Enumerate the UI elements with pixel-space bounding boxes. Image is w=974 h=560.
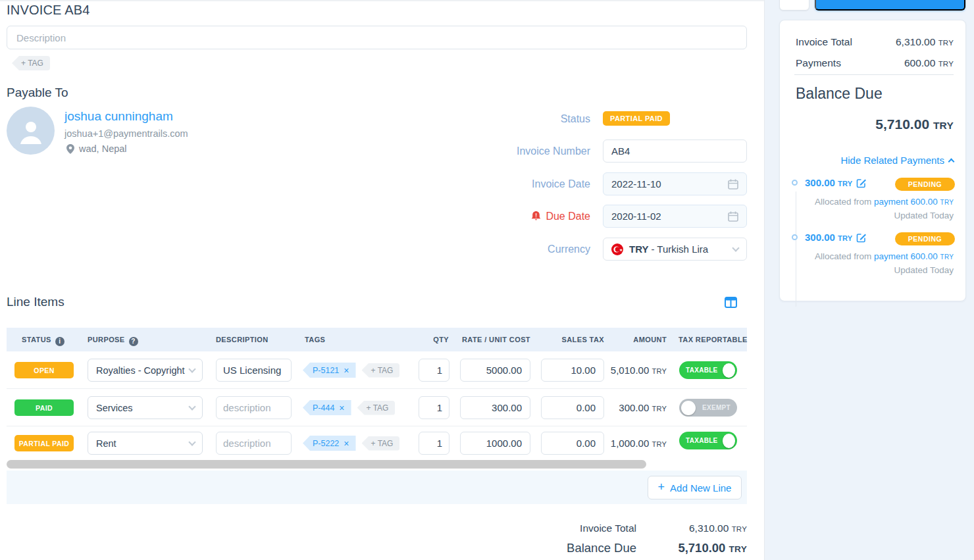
horizontal-scrollbar[interactable]: [7, 460, 646, 469]
payment-amount-link[interactable]: 300.00 TRY: [805, 177, 867, 188]
table-columns-icon[interactable]: [725, 297, 737, 308]
line-item-row: PARTIAL PAID Rent P-5222× + TAG 1,000.00…: [7, 426, 747, 461]
payments-timeline: [796, 191, 796, 307]
chevron-up-icon: [948, 159, 955, 165]
remove-tag-icon[interactable]: ×: [339, 403, 344, 413]
invoice-date-label: Invoice Date: [421, 172, 590, 195]
line-items-heading: Line Items: [7, 295, 64, 309]
tax-reportable-toggle[interactable]: TAXABLE: [679, 432, 737, 449]
primary-action-button[interactable]: [815, 0, 965, 11]
page-title: INVOICE AB4: [7, 3, 90, 18]
payment-status-badge: PENDING: [895, 178, 955, 191]
invoice-status-badge: PARTIAL PAID: [603, 111, 670, 126]
col-qty: QTY: [408, 328, 449, 351]
line-description-input[interactable]: [216, 359, 292, 382]
line-description-input[interactable]: [216, 432, 292, 455]
line-description-input[interactable]: [216, 396, 292, 419]
payment-allocation: Allocated from payment 600.00 TRY: [815, 251, 954, 261]
allocated-payment-link[interactable]: payment 600.00 TRY: [874, 197, 954, 207]
divider: [794, 74, 954, 75]
allocated-payment-link[interactable]: payment 600.00 TRY: [874, 251, 954, 261]
rate-input[interactable]: [460, 396, 530, 419]
line-items-table: STATUSi PURPOSE? DESCRIPTION TAGS QTY RA…: [7, 328, 747, 461]
purpose-select[interactable]: Services: [88, 396, 203, 419]
invoice-number-label: Invoice Number: [421, 140, 590, 163]
tag-chip[interactable]: P-5121×: [303, 363, 356, 378]
col-rate: RATE / UNIT COST: [451, 328, 530, 351]
payment-bullet: [792, 234, 798, 240]
currency-select[interactable]: ★ TRY - Turkish Lira: [603, 238, 747, 261]
chevron-down-icon: [188, 403, 195, 410]
calendar-icon: [728, 211, 738, 222]
line-item-row: OPEN Royalties - Copyright P-5121× + TAG…: [7, 351, 747, 389]
invoice-number-input[interactable]: [611, 145, 738, 157]
payment-amount-link[interactable]: 300.00 TRY: [805, 232, 867, 243]
qty-input[interactable]: [419, 432, 449, 455]
invoice-description-input[interactable]: [7, 26, 747, 49]
recipient-location: wad, Nepal: [66, 143, 127, 154]
add-new-line-button[interactable]: + Add New Line: [648, 476, 742, 499]
add-invoice-tag-button[interactable]: + TAG: [12, 56, 50, 70]
currency-code: TRY: [629, 243, 648, 255]
tax-reportable-toggle[interactable]: TAXABLE: [679, 361, 737, 379]
status-label: Status: [421, 107, 590, 130]
purpose-select[interactable]: Royalties - Copyright: [88, 359, 203, 382]
info-icon[interactable]: i: [55, 337, 64, 346]
remove-tag-icon[interactable]: ×: [344, 438, 349, 449]
chevron-down-icon: [188, 365, 195, 372]
edit-icon[interactable]: [856, 232, 867, 243]
balance-summary-card: Invoice Total 6,310.00 TRY Payments 600.…: [779, 20, 966, 301]
tag-chip[interactable]: P-444×: [303, 400, 351, 415]
tax-reportable-toggle[interactable]: EXEMPT: [679, 399, 737, 417]
line-amount: 300.00 TRY: [592, 402, 667, 413]
edit-icon[interactable]: [856, 178, 867, 188]
col-tags: TAGS: [305, 328, 325, 351]
turkey-flag-icon: ★: [611, 243, 623, 255]
line-items-header-row: STATUSi PURPOSE? DESCRIPTION TAGS QTY RA…: [7, 328, 747, 351]
chevron-down-icon: [732, 244, 739, 251]
col-status: STATUSi: [22, 328, 64, 351]
payment-updated: Updated Today: [894, 211, 954, 220]
purpose-select[interactable]: Rent: [88, 432, 203, 455]
add-line-strip: + Add New Line: [7, 471, 747, 504]
tags-cell: P-444× + TAG: [303, 400, 395, 415]
person-icon: [18, 118, 44, 144]
rate-input[interactable]: [460, 359, 530, 382]
invoice-date-field[interactable]: 2022-11-10: [603, 172, 747, 195]
due-date-label: Due Date: [421, 205, 590, 228]
plus-icon: +: [658, 481, 665, 493]
remove-tag-icon[interactable]: ×: [344, 365, 349, 376]
line-status-badge: PAID: [14, 399, 74, 416]
recipient-name-link[interactable]: joshua cunningham: [64, 109, 173, 124]
summary-invoice-total-row: Invoice Total 6,310.00 TRY: [796, 36, 954, 48]
add-line-tag-button[interactable]: + TAG: [357, 401, 396, 415]
payment-status-badge: PENDING: [895, 232, 955, 245]
recipient-location-text: wad, Nepal: [79, 143, 127, 154]
chevron-down-icon: [188, 438, 195, 445]
help-icon[interactable]: ?: [129, 337, 138, 346]
due-date-value: 2020-11-02: [611, 211, 661, 222]
rate-input[interactable]: [460, 432, 530, 455]
summary-rail: Invoice Total 6,310.00 TRY Payments 600.…: [764, 0, 974, 560]
col-purpose: PURPOSE?: [88, 328, 138, 351]
recipient-email: joshua+1@paymentrails.com: [64, 128, 188, 139]
add-line-tag-button[interactable]: + TAG: [362, 436, 400, 451]
line-amount: 1,000.00 TRY: [592, 438, 667, 449]
balance-due-value: 5,710.00 TRY: [636, 541, 747, 555]
invoice-number-field[interactable]: [603, 140, 747, 163]
calendar-icon: [728, 179, 738, 190]
currency-label: Currency: [421, 238, 590, 261]
line-status-badge: OPEN: [14, 362, 74, 378]
qty-input[interactable]: [419, 359, 449, 382]
add-line-tag-button[interactable]: + TAG: [362, 363, 400, 378]
due-date-field[interactable]: 2020-11-02: [603, 205, 747, 228]
hide-related-payments-link[interactable]: Hide Related Payments: [840, 155, 954, 166]
currency-name: - Turkish Lira: [651, 243, 708, 255]
secondary-action-button[interactable]: [779, 0, 809, 11]
tag-chip[interactable]: P-5222×: [303, 436, 356, 451]
payable-to-heading: Payable To: [7, 86, 68, 100]
svg-text:★: ★: [619, 247, 623, 251]
invoice-page: INVOICE AB4 + TAG Payable To joshua cunn…: [0, 0, 974, 560]
recipient-avatar: [7, 107, 55, 155]
qty-input[interactable]: [419, 396, 449, 419]
